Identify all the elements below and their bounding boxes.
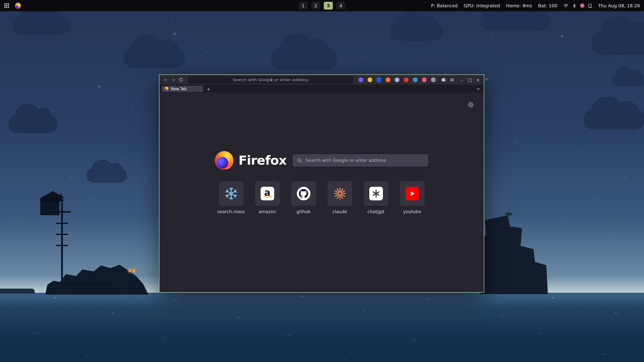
firefox-wordmark: Firefox (238, 153, 287, 168)
brand-and-search: Firefox (215, 151, 428, 170)
gear-icon[interactable] (467, 101, 474, 109)
forward-icon[interactable] (170, 76, 177, 84)
amazon-icon: a (261, 187, 274, 200)
hut-roof (40, 198, 63, 202)
youtube-icon (406, 187, 419, 200)
shortcut-tiles: search.nixos a amazon (219, 181, 425, 214)
shortcut-tile-chatgpt[interactable]: chatgpt (364, 181, 388, 214)
cliff-bush (505, 212, 512, 216)
extension-icon[interactable] (404, 77, 409, 82)
wallpaper-distant-island (0, 289, 35, 294)
toolbar-actions (438, 77, 457, 82)
tile-box (364, 181, 388, 206)
extensions-puzzle-icon[interactable] (441, 77, 446, 82)
tower-roof (40, 191, 65, 198)
wallpaper-watchtower-island (40, 191, 158, 295)
pier-post (77, 284, 78, 287)
firefox-favicon (164, 87, 169, 91)
browser-toolbar: – □ × (159, 75, 484, 85)
wallpaper-cloud (611, 74, 644, 86)
wallpaper-cloud (583, 109, 644, 129)
bluetooth-icon[interactable] (572, 4, 576, 8)
workspace-button-4[interactable]: 4 (336, 2, 345, 10)
shortcut-tile-amazon[interactable]: a amazon (255, 181, 280, 214)
workspace-button-3-active[interactable]: 3 (324, 2, 333, 10)
workspace-button-2[interactable]: 2 (311, 2, 320, 10)
nixos-snowflake-icon (225, 187, 238, 200)
bitwarden-extension-icon[interactable] (377, 77, 381, 82)
ping-module: Home: 9ms (506, 3, 532, 8)
close-button[interactable]: × (475, 77, 481, 83)
extension-icon[interactable] (358, 77, 363, 82)
topbar-left (4, 3, 21, 9)
extension-icon[interactable] (431, 77, 436, 82)
pier-post (90, 284, 91, 287)
wallpaper-cloud (480, 8, 550, 31)
apps-grid-icon[interactable] (4, 3, 9, 8)
battery-module: Bat: 100 (538, 3, 557, 8)
tile-label: search.nixos (217, 209, 245, 214)
reload-icon[interactable] (177, 76, 185, 84)
tile-box: a (255, 181, 280, 206)
island-rocks (45, 261, 148, 295)
tile-box (328, 181, 352, 206)
tile-box (291, 181, 316, 206)
minimize-button[interactable]: – (459, 77, 465, 83)
shortcut-tile-github[interactable]: github (291, 181, 316, 214)
extension-icon[interactable] (413, 77, 418, 82)
extension-icon[interactable] (422, 77, 427, 82)
wallpaper-ocean (0, 293, 644, 362)
github-icon (297, 187, 310, 200)
extension-icon[interactable] (386, 77, 390, 82)
newtab-search-input[interactable] (305, 158, 424, 163)
window-controls: – □ × (457, 77, 481, 83)
tower-pole (61, 203, 63, 284)
hut (40, 202, 59, 215)
display-icon[interactable] (588, 4, 592, 8)
tower-crossbar (56, 234, 68, 235)
tile-label: chatgpt (368, 209, 384, 214)
chatgpt-icon (369, 187, 383, 200)
tower-crossbar (56, 223, 68, 224)
firefox-icon[interactable] (15, 3, 21, 9)
newtab-center: Firefox (159, 151, 484, 214)
wallpaper-cloud (390, 23, 444, 41)
tower-platform (54, 211, 71, 213)
firefox-logo-icon (215, 151, 233, 170)
clock: Thu Aug 08, 18:26 (598, 3, 640, 8)
shortcut-tile-search-nixos[interactable]: search.nixos (219, 181, 244, 214)
url-bar[interactable] (188, 76, 353, 83)
wallpaper-cloud (271, 47, 337, 70)
hut-lit-window (129, 269, 131, 272)
search-icon (297, 158, 302, 163)
tile-label: github (296, 209, 310, 214)
pier-post (102, 284, 103, 287)
tab-new-tab[interactable]: New Tab (162, 86, 203, 92)
tile-box (219, 181, 244, 206)
new-tab-page: Firefox (159, 93, 484, 292)
gpu-module: GPU: Integrated (464, 3, 500, 8)
extension-icon[interactable] (368, 77, 372, 82)
maximize-button[interactable]: □ (467, 77, 473, 83)
extension-icon[interactable] (395, 77, 399, 82)
tab-title: New Tab (171, 87, 187, 91)
back-icon[interactable] (162, 76, 170, 84)
shortcut-tile-claude[interactable]: claude (328, 181, 352, 214)
menu-hamburger-icon[interactable] (450, 77, 455, 82)
shortcut-tile-youtube[interactable]: youtube (400, 181, 425, 214)
wallpaper-cloud (8, 115, 58, 133)
new-tab-button[interactable]: + (205, 86, 212, 92)
workspace-button-1[interactable]: 1 (299, 2, 308, 10)
newtab-search-bar[interactable] (293, 154, 428, 167)
firefox-window: – □ × New Tab + Firefox (159, 74, 484, 293)
accent-dot-icon[interactable] (580, 4, 584, 8)
wallpaper-cloud (123, 47, 185, 68)
tile-box (400, 181, 425, 206)
power-profile-module: P: Balanced (431, 3, 458, 8)
tile-label: amazon (259, 209, 276, 214)
wifi-icon[interactable] (563, 4, 569, 8)
url-input[interactable] (188, 76, 353, 83)
chevron-down-icon[interactable] (475, 88, 482, 90)
status-tray (563, 4, 592, 8)
pier (63, 283, 111, 284)
